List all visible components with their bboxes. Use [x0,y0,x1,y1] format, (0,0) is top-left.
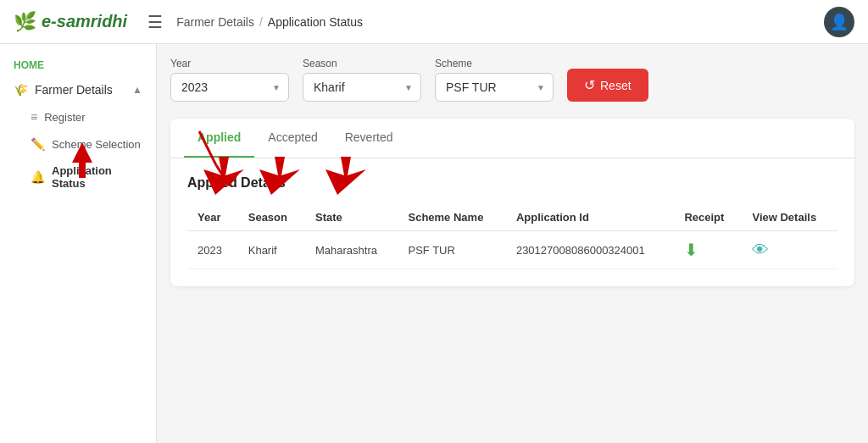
logo-text: e-samridhi [42,12,127,31]
col-season: Season [238,204,305,231]
col-application-id: Application Id [506,204,674,231]
cell-receipt: ⬇ [674,231,742,269]
cell-view-details: 👁 [742,231,837,269]
season-label: Season [303,58,421,69]
year-select-wrapper: 2021 2022 2023 2024 [170,73,289,102]
farmer-icon: 🌾 [14,83,28,97]
header: 🌿 e-samridhi ☰ Farmer Details / Applicat… [0,0,868,44]
scheme-label: Scheme [435,58,554,69]
breadcrumb: Farmer Details / Application Status [176,15,363,29]
reset-icon: ↺ [584,77,595,93]
applied-details-title: Applied Details [187,175,837,191]
logo-leaf-icon: 🌿 [14,11,36,33]
tab-bar: Applied Accepted Reverted [170,119,854,158]
reset-button[interactable]: ↺ Reset [567,69,648,102]
register-icon: ≡ [31,110,37,124]
sidebar-section-farmer-details[interactable]: 🌾 Farmer Details ▲ [0,76,156,103]
cell-season: Kharif [238,231,305,269]
sidebar: HOME 🌾 Farmer Details ▲ ≡ Register ✏️ Sc… [0,44,157,443]
cell-state: Maharashtra [305,231,398,269]
col-year: Year [187,204,238,231]
scheme-icon: ✏️ [31,137,45,151]
tab-accepted[interactable]: Accepted [254,119,331,158]
col-scheme-name: Scheme Name [398,204,505,231]
main-inner: Year 2021 2022 2023 2024 Season [157,44,868,443]
sidebar-item-scheme-label: Scheme Selection [52,138,141,151]
year-label: Year [170,58,289,69]
sidebar-item-register-label: Register [44,111,85,124]
breadcrumb-part1[interactable]: Farmer Details [176,15,254,29]
sidebar-item-application-label: Application Status [52,164,142,190]
sidebar-item-scheme-selection[interactable]: ✏️ Scheme Selection [0,130,156,158]
tab-content-applied: Applied Details Year Season State Scheme… [170,158,854,286]
cell-scheme-name: PSF TUR [398,231,505,269]
sidebar-section-label: Farmer Details [35,83,113,97]
col-state: State [305,204,398,231]
main-content: Year 2021 2022 2023 2024 Season [157,44,868,443]
table-header-row: Year Season State Scheme Name Applicatio… [187,204,837,231]
table-row: 2023 Kharif Maharashtra PSF TUR 23012700… [187,231,837,269]
logo: 🌿 e-samridhi [14,11,127,33]
avatar[interactable]: 👤 [824,7,854,37]
cell-application-id: 230127008086000324001 [506,231,674,269]
tab-applied[interactable]: Applied [184,119,254,158]
chevron-up-icon: ▲ [132,84,142,96]
download-icon[interactable]: ⬇ [684,241,698,259]
main-layout: HOME 🌾 Farmer Details ▲ ≡ Register ✏️ Sc… [0,44,868,443]
view-details-icon[interactable]: 👁 [752,241,769,259]
season-filter-group: Season Kharif Rabi [303,58,421,102]
cell-year: 2023 [187,231,238,269]
filter-row: Year 2021 2022 2023 2024 Season [170,58,854,102]
year-filter-group: Year 2021 2022 2023 2024 [170,58,289,102]
breadcrumb-part2: Application Status [268,15,363,29]
reset-label: Reset [600,79,632,92]
col-receipt: Receipt [674,204,742,231]
tab-reverted[interactable]: Reverted [331,119,407,158]
scheme-select-wrapper: PSF TUR [435,73,554,102]
scheme-filter-group: Scheme PSF TUR [435,58,554,102]
sidebar-item-register[interactable]: ≡ Register [0,103,156,130]
season-select[interactable]: Kharif Rabi [303,73,421,102]
col-view-details: View Details [742,204,837,231]
hamburger-icon[interactable]: ☰ [147,12,163,32]
scheme-select[interactable]: PSF TUR [435,73,554,102]
sidebar-item-application-status[interactable]: 🔔 Application Status [0,158,156,197]
tab-card: Applied Accepted Reverted Applied Detail… [170,119,854,286]
avatar-icon: 👤 [830,13,849,31]
sidebar-home-label: HOME [0,54,156,76]
season-select-wrapper: Kharif Rabi [303,73,421,102]
applied-details-table: Year Season State Scheme Name Applicatio… [187,204,837,269]
year-select[interactable]: 2021 2022 2023 2024 [170,73,289,102]
application-icon: 🔔 [31,170,45,184]
breadcrumb-separator: / [259,15,263,29]
